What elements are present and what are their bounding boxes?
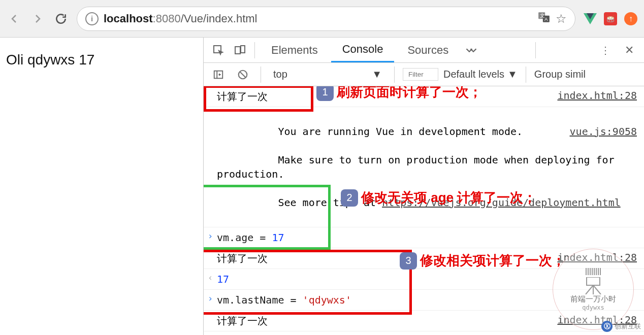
url-path: /Vue/index.html xyxy=(181,12,257,25)
clear-console-icon[interactable] xyxy=(233,65,252,84)
console-log-line: 计算了一次 index.html:28 xyxy=(204,248,644,269)
console-toolbar: top ▼ Default levels ▼ Group simil xyxy=(204,63,644,86)
context-selector[interactable]: top ▼ xyxy=(269,68,386,81)
url-port: :8080 xyxy=(153,12,181,25)
page-body-text: Oli qdywxs 17 xyxy=(6,52,94,68)
back-button[interactable] xyxy=(7,11,22,26)
forward-button[interactable] xyxy=(30,11,45,26)
chevron-down-icon: ▼ xyxy=(372,69,382,80)
console-sidebar-toggle-icon[interactable] xyxy=(209,65,228,84)
tab-console[interactable]: Console xyxy=(331,38,395,62)
output-chevron-icon: ‹ xyxy=(208,273,213,283)
browser-toolbar: i localhost:8080/Vue/index.html 文A ☆ 🥁 ↑ xyxy=(0,0,644,38)
bookmark-star-icon[interactable]: ☆ xyxy=(556,12,567,26)
vue-devtools-icon[interactable] xyxy=(584,13,597,24)
page-content: Oli qdywxs 17 xyxy=(0,38,203,335)
console-log-line: You are running Vue in development mode.… xyxy=(204,107,644,227)
deploy-link[interactable]: https://vuejs.org/guide/deployment.html xyxy=(382,196,621,209)
devtools-tabs: Elements Console Sources ⋮ ✕ xyxy=(204,38,644,63)
svg-rect-7 xyxy=(214,71,223,78)
site-info-icon[interactable]: i xyxy=(85,12,99,25)
console-output-line: ‹ "qdywxs" xyxy=(204,331,644,335)
svg-text:A: A xyxy=(544,16,548,21)
log-levels-selector[interactable]: Default levels ▼ xyxy=(443,69,518,80)
translate-icon[interactable]: 文A xyxy=(537,11,551,27)
extension-icon[interactable]: ↑ xyxy=(624,12,637,25)
console-input-line[interactable]: › vm.age = 17 xyxy=(204,227,644,248)
console-log-line: 计算了一次 index.html:28 xyxy=(204,86,644,107)
devtools-panel: Elements Console Sources ⋮ ✕ top ▼ xyxy=(203,38,644,335)
device-toolbar-icon[interactable] xyxy=(230,41,249,60)
input-chevron-icon: › xyxy=(208,293,213,304)
tab-sources[interactable]: Sources xyxy=(396,38,460,62)
url-host: localhost xyxy=(104,12,153,25)
input-chevron-icon: › xyxy=(208,231,213,241)
address-bar[interactable]: i localhost:8080/Vue/index.html 文A ☆ xyxy=(77,7,575,31)
console-filter-input[interactable] xyxy=(403,68,438,81)
console-body: 计算了一次 index.html:28 You are running Vue … xyxy=(204,86,644,335)
source-link[interactable]: index.html:28 xyxy=(557,314,637,326)
console-output-line: ‹ 17 xyxy=(204,269,644,290)
source-link[interactable]: index.html:28 xyxy=(557,251,637,263)
tab-elements[interactable]: Elements xyxy=(260,38,329,62)
source-link[interactable]: vue.js:9058 xyxy=(570,124,637,139)
devtools-menu-icon[interactable]: ⋮ xyxy=(593,44,618,56)
extension-icon[interactable]: 🥁 xyxy=(604,12,617,25)
source-link[interactable]: index.html:28 xyxy=(557,89,637,102)
console-input-line[interactable]: › vm.lastName = 'qdywxs' xyxy=(204,290,644,311)
console-log-line: 计算了一次 index.html:28 xyxy=(204,311,644,331)
chevron-down-icon: ▼ xyxy=(507,69,518,80)
reload-button[interactable] xyxy=(53,11,69,26)
more-tabs-icon[interactable] xyxy=(462,41,481,60)
svg-rect-5 xyxy=(235,47,240,54)
group-similar-label: Group simil xyxy=(534,69,586,80)
extension-icons: 🥁 ↑ xyxy=(584,12,637,25)
devtools-close-icon[interactable]: ✕ xyxy=(620,44,639,57)
inspect-element-icon[interactable] xyxy=(209,41,228,60)
svg-rect-6 xyxy=(241,46,245,53)
